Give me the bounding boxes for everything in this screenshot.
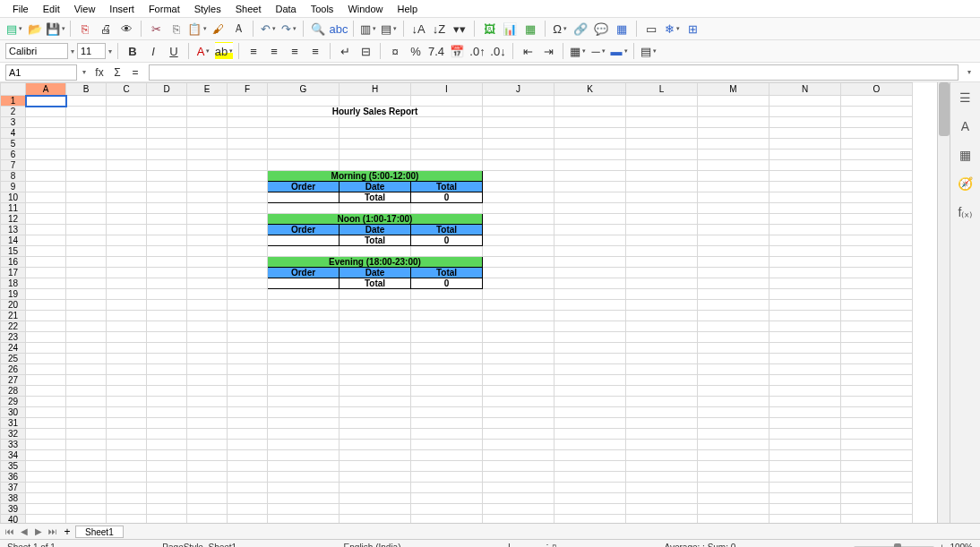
- row-header-8[interactable]: 8: [1, 171, 26, 182]
- cell-N19[interactable]: [769, 289, 841, 300]
- cell-H26[interactable]: [340, 364, 411, 375]
- cell-K13[interactable]: [554, 225, 626, 235]
- cell-G35[interactable]: [268, 461, 340, 472]
- cell-A35[interactable]: [26, 461, 66, 472]
- cell-C10[interactable]: [107, 192, 147, 203]
- cell-K30[interactable]: [554, 407, 626, 418]
- cell-D24[interactable]: [147, 343, 187, 354]
- insert-image-icon[interactable]: 🖼: [480, 20, 498, 38]
- cell-M24[interactable]: [698, 343, 769, 354]
- cell-H28[interactable]: [340, 386, 411, 397]
- cell-K6[interactable]: [554, 150, 626, 160]
- cell-H15[interactable]: [340, 246, 411, 257]
- cell-E37[interactable]: [187, 483, 228, 493]
- sum-icon[interactable]: Σ: [109, 64, 125, 81]
- cell-L10[interactable]: [626, 192, 698, 203]
- cell-O15[interactable]: [841, 246, 913, 257]
- cell-H38[interactable]: [340, 493, 411, 504]
- align-center-icon[interactable]: ≡: [265, 42, 283, 60]
- cell-J22[interactable]: [483, 321, 554, 332]
- cell-B12[interactable]: [66, 214, 107, 225]
- cell-I36[interactable]: [411, 472, 483, 483]
- cell-B4[interactable]: [66, 128, 107, 139]
- cell-F38[interactable]: [228, 493, 268, 504]
- cell-J37[interactable]: [483, 483, 554, 493]
- cell-B37[interactable]: [66, 483, 107, 493]
- cell-C29[interactable]: [107, 397, 147, 407]
- cell-G38[interactable]: [268, 493, 340, 504]
- cell-B7[interactable]: [66, 160, 107, 171]
- cell-E16[interactable]: [187, 257, 228, 268]
- cell-D17[interactable]: [147, 268, 187, 278]
- col-icon[interactable]: ▤: [380, 20, 398, 38]
- menu-edit[interactable]: Edit: [36, 2, 67, 15]
- cell-K12[interactable]: [554, 214, 626, 225]
- cell-H27[interactable]: [340, 375, 411, 386]
- cell-F21[interactable]: [228, 311, 268, 321]
- cell-M17[interactable]: [698, 268, 769, 278]
- cell-F7[interactable]: [228, 160, 268, 171]
- cell-D19[interactable]: [147, 289, 187, 300]
- cell-L32[interactable]: [626, 429, 698, 440]
- cell-K23[interactable]: [554, 332, 626, 343]
- cell-N9[interactable]: [769, 182, 841, 192]
- cell-L24[interactable]: [626, 343, 698, 354]
- cell-N17[interactable]: [769, 268, 841, 278]
- cell-O17[interactable]: [841, 268, 913, 278]
- cell-J4[interactable]: [483, 128, 554, 139]
- cell-N20[interactable]: [769, 300, 841, 311]
- col-header-C[interactable]: C: [107, 83, 147, 96]
- cell-G39[interactable]: [268, 504, 340, 515]
- cell-O29[interactable]: [841, 397, 913, 407]
- cell-H21[interactable]: [340, 311, 411, 321]
- cell-L23[interactable]: [626, 332, 698, 343]
- cell-L14[interactable]: [626, 235, 698, 246]
- cell-M13[interactable]: [698, 225, 769, 235]
- cell-L5[interactable]: [626, 139, 698, 150]
- cell-D39[interactable]: [147, 504, 187, 515]
- cell-D10[interactable]: [147, 192, 187, 203]
- row-icon[interactable]: ▥: [359, 20, 377, 38]
- remove-decimal-icon[interactable]: .0↓: [489, 42, 507, 60]
- cell-A2[interactable]: [26, 107, 66, 117]
- cell-E24[interactable]: [187, 343, 228, 354]
- cell-I6[interactable]: [411, 150, 483, 160]
- status-language[interactable]: English (India): [344, 543, 401, 547]
- cell-K16[interactable]: [554, 257, 626, 268]
- cell-I37[interactable]: [411, 483, 483, 493]
- cell-M34[interactable]: [698, 450, 769, 461]
- cell-N1[interactable]: [769, 96, 841, 107]
- cell-O12[interactable]: [841, 214, 913, 225]
- cell-I3[interactable]: [411, 117, 483, 128]
- cell-N10[interactable]: [769, 192, 841, 203]
- cell-M16[interactable]: [698, 257, 769, 268]
- sheet-tab[interactable]: Sheet1: [75, 526, 124, 538]
- cell-G19[interactable]: [268, 289, 340, 300]
- cell-H31[interactable]: [340, 418, 411, 429]
- cell-C6[interactable]: [107, 150, 147, 160]
- underline-icon[interactable]: U: [165, 42, 183, 60]
- cell-J25[interactable]: [483, 354, 554, 364]
- cell-M4[interactable]: [698, 128, 769, 139]
- conditional-format-icon[interactable]: ▤: [640, 42, 658, 60]
- cell-J39[interactable]: [483, 504, 554, 515]
- cell-M27[interactable]: [698, 375, 769, 386]
- cell-N38[interactable]: [769, 493, 841, 504]
- cell-G9[interactable]: Order: [268, 182, 340, 192]
- cell-L34[interactable]: [626, 450, 698, 461]
- cell-L31[interactable]: [626, 418, 698, 429]
- cell-J30[interactable]: [483, 407, 554, 418]
- cell-D21[interactable]: [147, 311, 187, 321]
- cell-A29[interactable]: [26, 397, 66, 407]
- row-header-13[interactable]: 13: [1, 225, 26, 235]
- cell-K27[interactable]: [554, 375, 626, 386]
- cell-K22[interactable]: [554, 321, 626, 332]
- cell-F26[interactable]: [228, 364, 268, 375]
- cell-K18[interactable]: [554, 278, 626, 289]
- navigator-icon[interactable]: 🧭: [956, 174, 976, 193]
- sort-desc-icon[interactable]: ↓Z: [430, 20, 448, 38]
- cell-A37[interactable]: [26, 483, 66, 493]
- cell-F6[interactable]: [228, 150, 268, 160]
- col-header-D[interactable]: D: [147, 83, 187, 96]
- cell-B33[interactable]: [66, 440, 107, 450]
